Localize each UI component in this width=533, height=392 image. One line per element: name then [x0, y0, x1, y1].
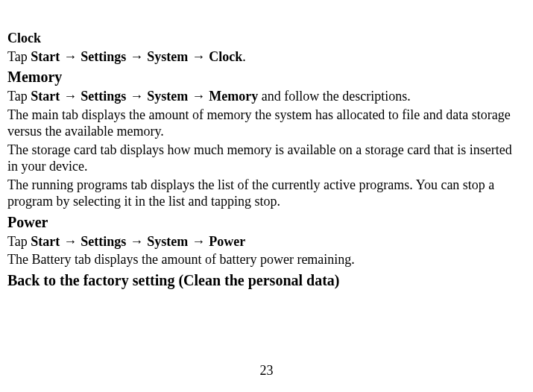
arrow-icon: →	[188, 49, 209, 64]
path-system: System	[147, 234, 188, 249]
power-p1: The Battery tab displays the amount of b…	[7, 251, 526, 268]
path-settings: Settings	[81, 234, 126, 249]
suffix-text: and follow the descriptions.	[258, 89, 410, 104]
heading-factory: Back to the factory setting (Clean the p…	[7, 271, 526, 290]
path-clock: Clock	[209, 49, 242, 64]
memory-instruction: Tap Start → Settings → System → Memory a…	[7, 88, 526, 105]
power-instruction: Tap Start → Settings → System → Power	[7, 233, 526, 250]
clock-instruction: Tap Start → Settings → System → Clock.	[7, 48, 526, 66]
tap-text: Tap	[7, 89, 31, 104]
tap-text: Tap	[7, 234, 31, 249]
heading-memory: Memory	[7, 68, 526, 86]
memory-p3: The running programs tab displays the li…	[7, 177, 526, 210]
memory-p2: The storage card tab displays how much m…	[7, 142, 526, 175]
arrow-icon: →	[126, 49, 147, 64]
arrow-icon: →	[188, 234, 209, 249]
path-memory: Memory	[209, 89, 258, 104]
path-system: System	[147, 49, 188, 64]
arrow-icon: →	[60, 89, 81, 104]
path-power: Power	[209, 234, 245, 249]
arrow-icon: →	[126, 234, 147, 249]
path-settings: Settings	[81, 49, 126, 64]
path-start: Start	[31, 234, 60, 249]
path-system: System	[147, 89, 188, 104]
memory-p1: The main tab displays the amount of memo…	[7, 107, 526, 140]
path-start: Start	[31, 49, 60, 64]
document-content: Clock Tap Start → Settings → System → Cl…	[7, 30, 526, 290]
path-settings: Settings	[81, 89, 126, 104]
heading-clock: Clock	[7, 30, 526, 47]
path-start: Start	[31, 89, 60, 104]
tap-text: Tap	[7, 49, 31, 64]
page-number: 23	[0, 363, 533, 379]
heading-power: Power	[7, 213, 526, 232]
arrow-icon: →	[188, 89, 209, 104]
period: .	[242, 49, 246, 64]
arrow-icon: →	[126, 89, 147, 104]
arrow-icon: →	[60, 234, 81, 249]
arrow-icon: →	[60, 49, 81, 64]
